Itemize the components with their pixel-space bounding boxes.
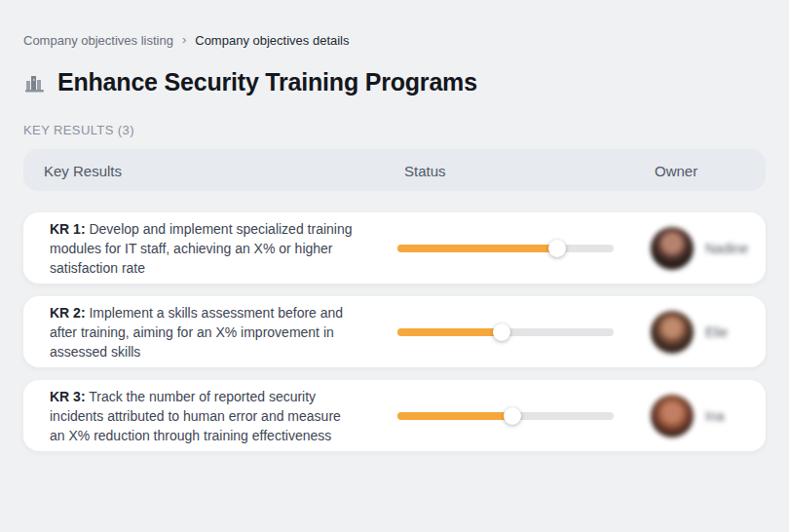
objective-details-page: Company objectives listing › Company obj… [0,0,789,532]
kr-description-text: Develop and implement specialized traini… [50,221,353,276]
city-chart-icon [23,71,47,95]
owner-name: Elie [705,324,728,340]
title-row: Enhance Security Training Programs [23,68,766,96]
avatar [651,227,694,270]
kr-number-label: KR 1: [50,221,86,237]
chevron-right-icon: › [182,33,186,46]
owner-cell: Elie [651,296,728,367]
kr-description: KR 1: Develop and implement specialized … [50,219,354,278]
column-header-owner: Owner [655,162,697,178]
owner-cell: Nadine [651,212,748,284]
progress-slider-handle[interactable] [504,407,521,425]
avatar [651,311,694,354]
progress-slider[interactable] [397,328,614,336]
progress-slider-handle[interactable] [548,240,566,257]
key-results-section-label: KEY RESULTS (3) [23,123,766,137]
kr-number-label: KR 3: [50,389,86,404]
table-row[interactable]: KR 1: Develop and implement specialized … [23,212,766,284]
breadcrumb-item-details: Company objectives details [195,33,349,48]
breadcrumb-item-listing[interactable]: Company objectives listing [23,33,173,48]
progress-slider[interactable] [397,245,614,252]
page-title: Enhance Security Training Programs [57,68,477,96]
kr-description-text: Track the number of reported security in… [50,389,341,443]
kr-description-text: Implement a skills assessment before and… [50,305,343,360]
column-header-status: Status [404,162,446,178]
table-row[interactable]: KR 3: Track the number of reported secur… [23,380,766,451]
avatar [651,395,694,437]
kr-description: KR 3: Track the number of reported secur… [50,387,354,445]
table-header: Key Results Status Owner [23,149,766,191]
kr-description: KR 2: Implement a skills assessment befo… [50,303,354,361]
table-row[interactable]: KR 2: Implement a skills assessment befo… [23,296,766,367]
breadcrumb: Company objectives listing › Company obj… [23,33,766,48]
progress-slider-handle[interactable] [493,323,510,341]
owner-name: Ina [705,408,724,424]
progress-slider[interactable] [397,412,614,420]
key-results-list: KR 1: Develop and implement specialized … [23,212,766,451]
kr-number-label: KR 2: [50,305,86,321]
progress-fill [397,245,557,252]
owner-cell: Ina [651,380,724,451]
progress-fill [397,328,502,336]
owner-name: Nadine [705,241,748,256]
progress-fill [397,412,512,420]
column-header-key-results: Key Results [44,162,122,178]
